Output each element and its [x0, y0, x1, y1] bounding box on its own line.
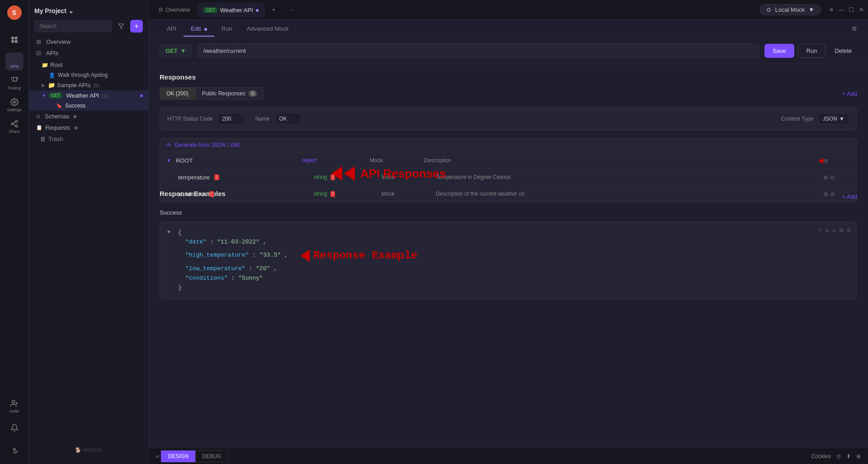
sidebar-item-invite[interactable]: Invite — [5, 397, 24, 415]
conditions-row-actions[interactable]: ⊕ ⊖ — [823, 191, 850, 197]
json-row-low-temp: "low_temperature" : "20" , — [185, 264, 417, 274]
responses-tabs: OK (200) Public Responses 0 + Add — [160, 87, 857, 100]
minimize-button[interactable]: — — [838, 7, 844, 13]
sidebar-item-apis[interactable]: APIs — [5, 52, 24, 70]
add-button[interactable]: + — [130, 20, 143, 33]
method-selector[interactable]: GET ▼ — [160, 44, 192, 57]
run-button[interactable]: Run — [798, 44, 826, 58]
add-icon[interactable]: ⊕ — [823, 174, 828, 181]
chevron-down-icon: ▼ — [42, 93, 46, 98]
resp-tab-public[interactable]: Public Responses 0 — [195, 87, 264, 100]
menu-icon[interactable]: ≡ — [828, 7, 835, 13]
tab-weather-api[interactable]: GET Weather API — [197, 2, 264, 17]
sub-tab-api[interactable]: API — [160, 22, 184, 37]
edit-icon[interactable]: ✏ — [833, 226, 836, 236]
sidebar-item-settings[interactable]: Settings — [5, 96, 24, 114]
sidebar-item-share[interactable]: Share — [5, 117, 24, 136]
sub-tab-advanced-mock[interactable]: Advanced Mock — [240, 22, 296, 37]
search-input[interactable] — [34, 20, 112, 32]
sidebar-item-requests[interactable]: 📋 Requests ▶ — [31, 122, 146, 133]
tree-item-weather-api[interactable]: ▼ GET Weather API (1) — [29, 90, 148, 101]
sub-tab-run[interactable]: Run — [214, 22, 240, 37]
response-example-label: Response Example — [313, 247, 417, 264]
tab-bar: ⊟ Overview GET Weather API + ··· ⊙ Local… — [149, 0, 868, 20]
temperature-field-desc: Temperature in Degree Celsius — [436, 174, 823, 180]
sidebar-item-overview[interactable]: ⊞ Overview — [31, 36, 146, 47]
tree-child-success[interactable]: 🔖 Success — [29, 101, 148, 111]
svg-point-5 — [15, 120, 18, 122]
sub-tabs-right: ⚙ — [852, 25, 857, 32]
url-input[interactable] — [198, 43, 759, 58]
example-name: Success — [160, 209, 857, 216]
add-row-icon[interactable]: ⊕ — [823, 157, 828, 164]
name-value[interactable]: OK — [274, 113, 302, 125]
delete-icon[interactable]: ✕ — [826, 226, 829, 236]
bottom-icon-2[interactable]: ⬆ — [846, 453, 851, 459]
chevron-right-icon: ▶ — [42, 83, 45, 88]
local-mock-button[interactable]: ⊙ Local Mock ▼ — [760, 4, 821, 15]
settings-icon[interactable]: ⚙ — [852, 25, 857, 32]
sidebar-item-trash[interactable]: 🗑 Trash — [31, 133, 146, 145]
resp-tab-ok[interactable]: OK (200) — [160, 87, 195, 100]
tab-bar-right: ⊙ Local Mock ▼ ≡ — ☐ ✕ — [760, 4, 864, 15]
svg-line-9 — [13, 122, 15, 123]
add-response-link[interactable]: + Add — [842, 90, 857, 97]
root-field-mock[interactable]: Mock — [370, 157, 424, 164]
gear-icon[interactable] — [5, 441, 24, 459]
response-table: ⟳ Generate from JSON / XML ▼ ROOT object… — [160, 138, 857, 202]
project-name[interactable]: My Project ⌄ — [34, 7, 74, 14]
tab-add[interactable]: + — [266, 3, 282, 17]
delete-button[interactable]: Delete — [829, 44, 857, 58]
folder-icon: 📁 — [42, 62, 48, 68]
temperature-field-mock[interactable]: Mock — [382, 174, 436, 180]
remove-icon[interactable]: ⊖ — [830, 191, 835, 197]
nav-left-icon[interactable]: « — [156, 453, 159, 459]
avatar[interactable]: S — [7, 5, 22, 20]
json-body: { "date" : "11-03-2022" , "high_temperat… — [178, 228, 417, 292]
temperature-row-actions[interactable]: ⊕ ⊖ — [823, 174, 850, 181]
copy-icon[interactable]: ⊟ — [840, 226, 843, 236]
sidebar-item-apis[interactable]: ⊟ APIs — [31, 47, 146, 59]
svg-rect-2 — [11, 40, 14, 43]
generate-json-link[interactable]: ⟳ Generate from JSON / XML — [160, 138, 857, 152]
desc-annotation: ◀ — [818, 157, 823, 164]
cookies-button[interactable]: Cookies — [811, 453, 831, 459]
conditions-field-mock[interactable]: Mock — [382, 191, 436, 197]
bell-icon[interactable] — [5, 419, 24, 437]
tab-design[interactable]: DESIGN — [161, 450, 195, 462]
overview-tab-icon: ⊟ — [159, 7, 163, 13]
bottom-icon-1[interactable]: ⊙ — [836, 453, 841, 459]
tab-overview[interactable]: ⊟ Overview — [152, 3, 196, 17]
svg-point-13 — [13, 449, 15, 451]
filter-button[interactable] — [115, 20, 127, 33]
sidebar-item-testing[interactable]: Testing — [5, 74, 24, 92]
sub-tab-edit[interactable]: Edit — [184, 22, 214, 37]
main-content: Responses OK (200) Public Responses 0 + … — [149, 64, 868, 448]
tree-child-walkthrough[interactable]: 👤 Walk through Apidog — [29, 70, 148, 80]
required-badge: ! — [214, 174, 219, 180]
add-icon[interactable]: ⊕ — [823, 191, 828, 197]
main-sidebar: My Project ⌄ + ⊞ Overview ⊟ APIs 📁 Root — [29, 0, 149, 464]
sidebar-item-overview[interactable] — [5, 31, 24, 49]
svg-rect-3 — [14, 40, 17, 43]
design-debug-tabs: DESIGN DEBUG — [161, 450, 228, 462]
save-button[interactable]: Save — [764, 44, 794, 58]
sidebar-item-schemas[interactable]: ⊙ Schemas ▶ — [31, 111, 146, 122]
close-button[interactable]: ✕ — [858, 7, 864, 13]
more-icon[interactable]: ⊙ — [847, 226, 850, 236]
content-type-select[interactable]: JSON ▼ — [818, 113, 849, 125]
http-status-value[interactable]: 200 — [217, 113, 245, 125]
chevron-down-icon: ▼ — [839, 116, 844, 122]
tree-item-root[interactable]: 📁 Root — [29, 60, 148, 70]
remove-icon[interactable]: ⊖ — [830, 174, 835, 181]
grid-icon: ⊞ — [36, 38, 43, 45]
chevron-down-icon: ⌄ — [68, 7, 74, 14]
tab-more[interactable]: ··· — [283, 3, 300, 17]
mock-icon: ⊙ — [766, 6, 771, 13]
tree-item-sample-apis[interactable]: ▶ 📁 Sample APIs (5) — [29, 80, 148, 90]
tab-debug[interactable]: DEBUG — [195, 450, 228, 462]
maximize-button[interactable]: ☐ — [848, 7, 854, 13]
bottom-icon-3[interactable]: ⊕ — [856, 453, 861, 459]
window-controls: ≡ — ☐ ✕ — [828, 7, 864, 13]
root-row-actions[interactable]: ⊕ — [823, 157, 850, 164]
